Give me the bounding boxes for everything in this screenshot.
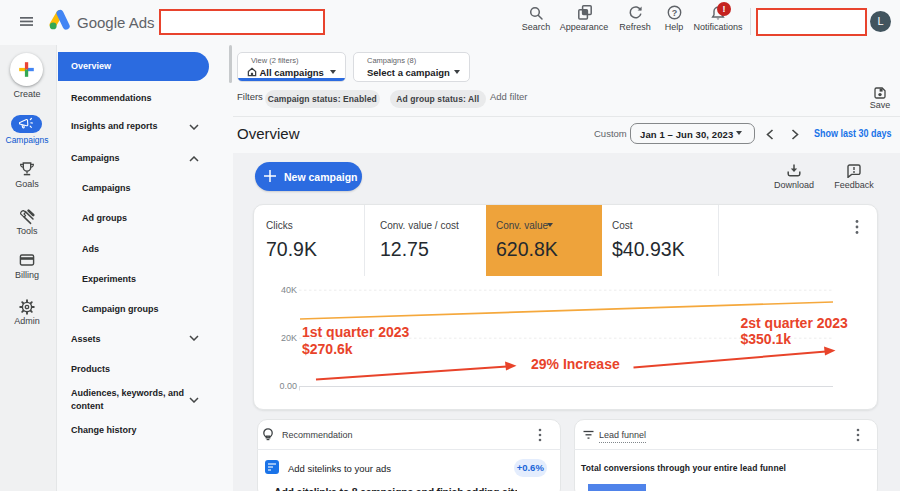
svg-text:?: ? [672,8,678,18]
